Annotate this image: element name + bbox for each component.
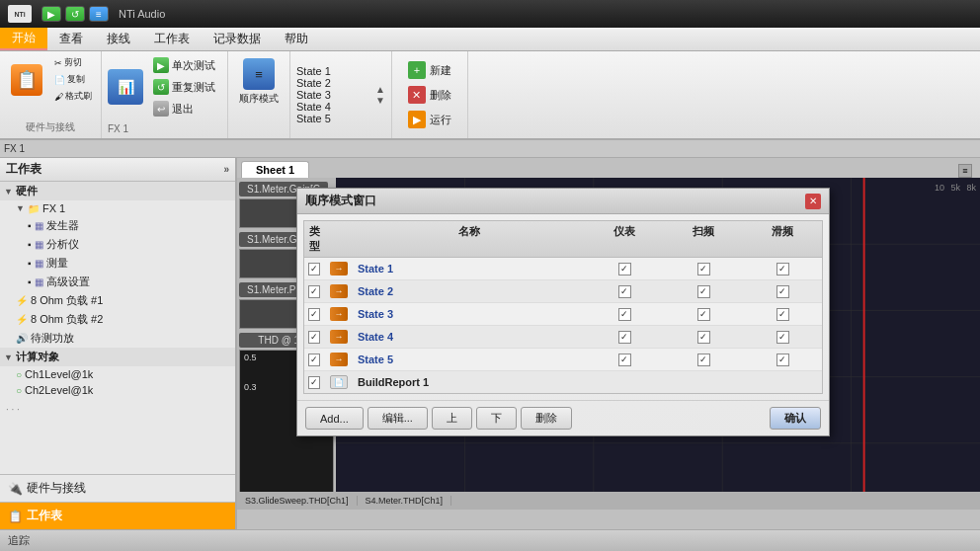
footer-left-buttons: Add... 编辑... 上 下 删除 [305,407,572,430]
single-test-btn[interactable]: ▶ 单次测试 [147,55,221,75]
row3-sweep[interactable] [697,308,710,321]
col-header-name: 名称 [354,224,585,254]
tree-load2[interactable]: ⚡ 8 Ohm 负载 #2 [0,310,235,329]
sequence-mode-icon: ≡ [243,58,275,90]
tree-dut[interactable]: 🔊 待测功放 [0,329,235,348]
tree-ch2level[interactable]: ○ Ch2Level@1k [0,382,235,398]
row1-check[interactable] [308,263,320,276]
tree-analyzer[interactable]: ▪ ▦ 分析仪 [0,235,235,254]
fx1-label: FX 1 [108,123,221,134]
tree-load1[interactable]: ⚡ 8 Ohm 负载 #1 [0,291,235,310]
refresh-btn[interactable]: ↺ [65,6,85,22]
menu-help[interactable]: 帮助 [273,28,320,50]
clipboard-paste-btn[interactable]: 📋 [6,61,47,99]
edit-btn[interactable]: 编辑... [368,407,428,430]
repeat-test-btn[interactable]: ↺ 重复测试 [147,77,221,97]
row3-check[interactable] [308,308,320,321]
row2-slide[interactable] [776,285,789,298]
row5-check[interactable] [308,354,320,366]
row4-slide[interactable] [776,331,789,344]
tree-measurement[interactable]: ▪ ▦ 测量 [0,254,235,273]
state-item-3[interactable]: State 3 [294,89,373,101]
ribbon: 📋 ✂剪切 📄复制 🖌格式刷 硬件与接线 📊 ▶ [0,51,980,140]
menu-record[interactable]: 记录数据 [202,28,273,50]
row5-slide[interactable] [776,354,789,366]
tree-ch1level[interactable]: ○ Ch1Level@1k [0,366,235,382]
menu-connect[interactable]: 接线 [95,28,142,50]
worksheet-panel-icon: 📋 [8,510,23,523]
panel-collapse-btn[interactable]: » [223,164,229,175]
menu-worksheet[interactable]: 工作表 [142,28,202,50]
run-icon: ▶ [408,111,426,128]
dialog-table-header: 类型 名称 仪表 扫频 滑频 [303,220,823,258]
row4-meter[interactable] [618,331,631,344]
scroll-up-arrow[interactable]: ▲ [375,84,385,95]
fx1-expand[interactable]: ▼ [16,203,25,213]
row4-sweep[interactable] [697,331,710,344]
row5-sweep[interactable] [697,354,710,366]
calc-section: ▼ 计算对象 [0,348,235,366]
scroll-down-arrow[interactable]: ▼ [375,95,385,106]
hardware-panel-btn[interactable]: 🔌 硬件与接线 [0,474,235,502]
row2-sweep[interactable] [697,285,710,298]
menu-start[interactable]: 开始 [0,28,47,50]
confirm-btn[interactable]: 确认 [770,407,821,430]
format-btn[interactable]: 🖌格式刷 [51,89,95,104]
menu-btn[interactable]: ≡ [89,6,109,22]
state-item-1[interactable]: State 1 [294,65,373,77]
row5-meter[interactable] [618,354,631,366]
copy-btn[interactable]: 📄复制 [51,72,95,87]
row2-check[interactable] [308,285,320,298]
row2-meter[interactable] [618,285,631,298]
add-btn[interactable]: Add... [305,407,364,430]
row6-check[interactable] [308,376,320,389]
panel-header: 工作表 » [0,158,235,182]
menu-view[interactable]: 查看 [47,28,95,50]
table-row[interactable]: 📄 BuildReport 1 [304,371,822,393]
table-row[interactable]: → State 1 [304,258,822,280]
state-item-4[interactable]: State 4 [294,101,373,113]
table-row[interactable]: → State 3 [304,303,822,326]
table-row[interactable]: → State 5 [304,349,822,371]
tree-advanced[interactable]: ▪ ▦ 高级设置 [0,273,235,291]
col-header-icon [324,224,354,254]
row3-type-icon: → [330,307,348,321]
new-btn[interactable]: + 新建 [400,59,459,81]
sequence-mode-btn[interactable]: ≡ 顺序模式 [234,55,284,109]
clipboard-group: 📋 ✂剪切 📄复制 🖌格式刷 硬件与接线 [0,51,102,138]
dialog-header: 顺序模式窗口 ✕ [297,189,829,214]
modal-overlay: 顺序模式窗口 ✕ 类型 名称 仪表 扫频 滑频 [237,158,980,529]
cut-btn[interactable]: ✂剪切 [51,55,95,70]
dialog-close-btn[interactable]: ✕ [805,194,821,209]
delete-btn[interactable]: ✕ 删除 [400,84,459,106]
single-test-icon: ▶ [153,57,169,73]
calc-expand[interactable]: ▼ [4,353,13,362]
fx1-sub-label: FX 1 [4,143,25,154]
dialog-table-rows: → State 1 → State 2 [303,258,823,394]
state-item-5[interactable]: State 5 [294,113,373,124]
hardware-expand[interactable]: ▼ [4,187,13,197]
table-row[interactable]: → State 4 [304,326,822,349]
row1-slide[interactable] [776,263,789,276]
state-item-2[interactable]: State 2 [294,77,373,89]
worksheet-panel-btn[interactable]: 📋 工作表 [0,502,235,529]
row1-name: State 1 [354,261,585,276]
bottom-panels: 🔌 硬件与接线 📋 工作表 [0,474,235,529]
row3-slide[interactable] [776,308,789,321]
play-btn[interactable]: ▶ [41,6,61,22]
exit-btn[interactable]: ↩ 退出 [147,99,221,118]
tree-fx1[interactable]: ▼ 📁 FX 1 [0,200,235,216]
row3-meter[interactable] [618,308,631,321]
table-row[interactable]: → State 2 [304,280,822,303]
row1-sweep[interactable] [697,263,710,276]
col-header-type: 类型 [304,224,324,254]
run-btn[interactable]: ▶ 运行 [400,109,459,130]
row4-check[interactable] [308,331,320,344]
down-btn[interactable]: 下 [476,407,517,430]
dialog-title: 顺序模式窗口 [305,193,376,209]
up-btn[interactable]: 上 [432,407,472,430]
row1-meter[interactable] [618,263,631,276]
row2-type-icon: → [330,284,348,298]
dlg-delete-btn[interactable]: 删除 [521,407,572,430]
tree-generator[interactable]: ▪ ▦ 发生器 [0,216,235,235]
